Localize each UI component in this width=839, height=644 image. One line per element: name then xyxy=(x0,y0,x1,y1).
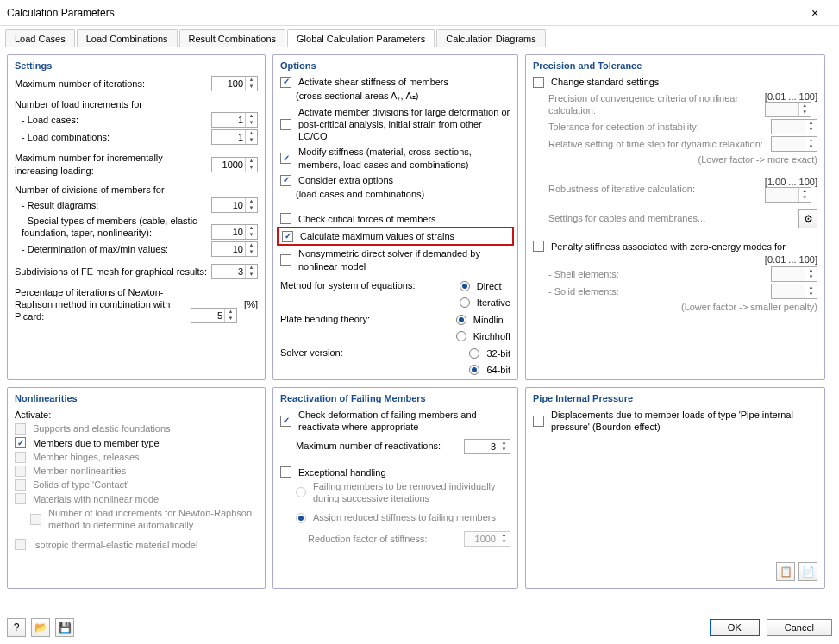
load-cases-spinner[interactable]: ▲▼ xyxy=(211,112,258,128)
rd-assign xyxy=(296,513,306,523)
ck-memnon xyxy=(15,466,26,477)
ck-check-deform[interactable] xyxy=(280,416,291,427)
maxmin-input[interactable] xyxy=(212,242,245,256)
fe-label: Subdivisions of FE mesh for graphical re… xyxy=(15,266,208,278)
solid-spinner: ▲▼ xyxy=(771,284,817,299)
max-iter-spinner[interactable]: ▲▼ xyxy=(211,76,258,91)
tab-calc-diagrams[interactable]: Calculation Diagrams xyxy=(436,29,546,47)
group-precision: Precision and Tolerance Change standard … xyxy=(525,54,825,380)
tol-label: Tolerance for detection of instability: xyxy=(548,121,767,133)
ck-pipe-disp[interactable] xyxy=(533,416,544,427)
factor-label: Reduction factor of stiffness: xyxy=(308,533,460,545)
div-label: Number of divisions of members for xyxy=(15,184,258,196)
open-icon[interactable]: 📂 xyxy=(31,618,50,637)
max-iter-input[interactable] xyxy=(212,77,245,91)
nr-spinner[interactable]: ▲▼ xyxy=(191,308,237,323)
range1: [0.01 ... 100] xyxy=(765,91,817,102)
method-label: Method for system of equations: xyxy=(280,279,454,291)
load-cases-input[interactable] xyxy=(212,113,245,127)
change-label: Change standard settings xyxy=(551,76,817,88)
result-diag-input[interactable] xyxy=(212,198,245,212)
max-react-input[interactable] xyxy=(465,440,498,453)
ok-button[interactable]: OK xyxy=(710,619,760,636)
rd-removed xyxy=(296,487,306,497)
supports-label: Supports and elastic foundations xyxy=(33,422,258,435)
save-icon[interactable]: 💾 xyxy=(55,618,74,637)
pct-label: [%] xyxy=(244,299,258,309)
iterative-label: Iterative xyxy=(477,297,510,308)
spin-down-icon[interactable]: ▼ xyxy=(246,84,257,91)
ck-memtype[interactable] xyxy=(15,437,26,448)
special-label: - Special types of members (cable, elast… xyxy=(15,215,208,240)
range3: [0.01 ... 100] xyxy=(765,254,817,265)
load-combos-spinner[interactable]: ▲▼ xyxy=(211,129,258,145)
s32-label: 32-bit xyxy=(486,348,510,359)
rel-spinner: ▲▼ xyxy=(771,136,817,152)
group-title: Pipe Internal Pressure xyxy=(533,393,817,403)
max-incr-spinner[interactable]: ▲▼ xyxy=(211,157,258,172)
ck-critical[interactable] xyxy=(280,213,291,224)
ck-largedef[interactable] xyxy=(280,119,291,130)
ck-extra[interactable] xyxy=(280,175,291,186)
range2: [1.00 ... 100] xyxy=(765,177,817,187)
group-title: Precision and Tolerance xyxy=(533,60,817,71)
help-icon[interactable]: ? xyxy=(7,618,26,637)
max-incr-input[interactable] xyxy=(212,158,245,172)
special-spinner[interactable]: ▲▼ xyxy=(211,224,258,240)
extra-sub: (load cases and combinations) xyxy=(296,188,510,200)
maxmin-label: - Determination of max/min values: xyxy=(15,243,208,255)
window-title: Calculation Parameters xyxy=(7,7,798,19)
spin-up-icon[interactable]: ▲ xyxy=(246,77,257,84)
tol-input xyxy=(772,120,805,134)
tab-result-combinations[interactable]: Result Combinations xyxy=(179,29,286,47)
iso-label: Isotropic thermal-elastic material model xyxy=(33,539,258,551)
ck-penalty[interactable] xyxy=(533,241,544,252)
load-combos-input[interactable] xyxy=(212,130,245,144)
removed-label: Failing members to be removed individual… xyxy=(313,480,510,505)
maxmin-spinner[interactable]: ▲▼ xyxy=(211,241,258,257)
close-icon[interactable]: × xyxy=(798,6,832,20)
rd-iterative[interactable] xyxy=(460,297,470,308)
result-diag-spinner[interactable]: ▲▼ xyxy=(211,197,258,213)
ck-materials xyxy=(15,493,26,504)
special-input[interactable] xyxy=(212,225,245,239)
copy-icon[interactable]: 📋 xyxy=(776,562,795,581)
nr-input[interactable] xyxy=(191,309,224,322)
tab-global-calc-params[interactable]: Global Calculation Parameters xyxy=(287,29,435,47)
kirchhoff-label: Kirchhoff xyxy=(473,331,510,341)
factor-spinner: ▲▼ xyxy=(464,531,510,547)
assign-label: Assign reduced stiffness to failing memb… xyxy=(313,511,510,523)
ck-change-settings[interactable] xyxy=(533,77,544,88)
ck-nonsym[interactable] xyxy=(280,254,291,266)
rd-32bit[interactable] xyxy=(469,348,479,359)
rd-direct[interactable] xyxy=(460,281,470,291)
nonsym-label: Nonsymmetric direct solver if demanded b… xyxy=(298,247,510,272)
max-react-spinner[interactable]: ▲▼ xyxy=(464,439,510,454)
rd-64bit[interactable] xyxy=(469,365,479,375)
max-react-label: Maximum number of reactivations: xyxy=(296,440,460,452)
solids-label: Solids of type 'Contact' xyxy=(33,478,258,491)
tab-load-combinations[interactable]: Load Combinations xyxy=(77,29,178,47)
group-title: Nonlinearities xyxy=(15,393,258,403)
pipe-label: Displacements due to member loads of typ… xyxy=(551,409,817,434)
ck-shear[interactable] xyxy=(280,77,291,88)
rd-mindlin[interactable] xyxy=(456,315,466,325)
robust-input xyxy=(766,188,798,202)
rel-input xyxy=(772,137,805,151)
lower2: (Lower factor -> smaller penalty) xyxy=(548,301,817,313)
strains-label: Calculate maximum values of strains xyxy=(300,230,509,242)
fe-spinner[interactable]: ▲▼ xyxy=(211,264,258,279)
rd-kirchhoff[interactable] xyxy=(456,331,466,341)
tab-load-cases[interactable]: Load Cases xyxy=(5,29,75,47)
factor-input xyxy=(465,532,498,546)
ck-strains[interactable] xyxy=(282,231,293,242)
tol-spinner: ▲▼ xyxy=(771,119,817,134)
ck-exceptional[interactable] xyxy=(280,466,291,478)
fe-input[interactable] xyxy=(212,265,245,278)
ck-modstiff[interactable] xyxy=(280,153,291,164)
cancel-button[interactable]: Cancel xyxy=(767,619,832,636)
solver-label: Solver version: xyxy=(280,347,464,359)
conv-label: Precision of convergence criteria of non… xyxy=(548,92,761,117)
paste-icon[interactable]: 📄 xyxy=(798,562,817,581)
cables-settings-button[interactable]: ⚙ xyxy=(798,209,817,228)
